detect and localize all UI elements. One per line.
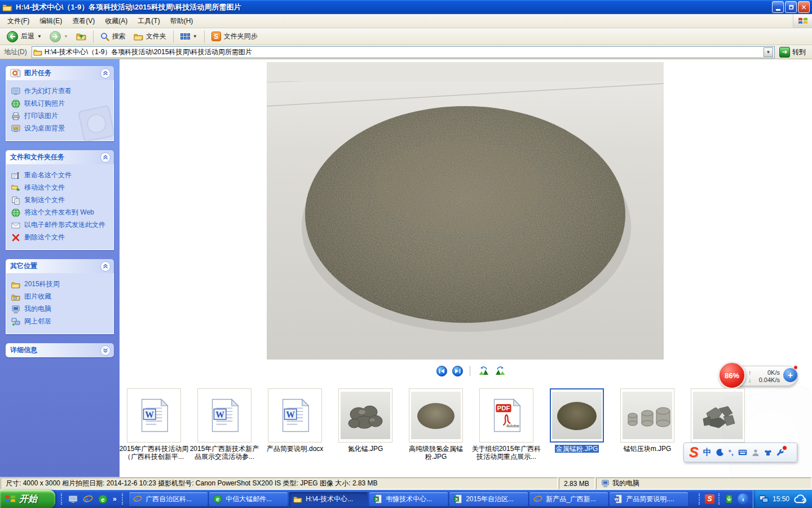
place-2015-tech-week[interactable]: 2015科技周 <box>11 278 111 291</box>
task-copy-file[interactable]: 复制这个文件 <box>11 194 111 207</box>
thumbnail-label[interactable]: 高纯级脱氢金属锰粉.JPG <box>400 445 471 461</box>
sogou-ime-bar[interactable]: S 中 °, <box>683 443 797 462</box>
thumbnail-label[interactable]: 2015年广西科技活动周（广西科技创新平... <box>118 445 189 461</box>
views-dropdown[interactable]: ▼ <box>193 34 197 39</box>
ie-icon[interactable] <box>83 494 93 504</box>
task-move-file[interactable]: 移动这个文件 <box>11 182 111 194</box>
excel-icon <box>453 494 462 503</box>
thumbnail-label[interactable]: 氮化锰.JPG <box>330 445 401 453</box>
thumbnail-word-doc-3[interactable] <box>268 388 322 443</box>
thumbnail-image-powder-selected[interactable] <box>550 388 604 443</box>
thumbnail-label[interactable]: 锰铝压块m.JPG <box>612 445 683 453</box>
other-places-header[interactable]: 其它位置 <box>6 259 114 273</box>
ime-settings-wrench-icon[interactable] <box>776 449 784 457</box>
taskbar-task-2[interactable]: 中信大锰邮件... <box>209 492 288 506</box>
picture-tasks-header[interactable]: 图片任务 <box>6 66 114 80</box>
task-order-prints[interactable]: 联机订购照片 <box>11 98 111 110</box>
toolbar-grip[interactable] <box>718 493 721 505</box>
browser-360-icon[interactable] <box>98 494 108 504</box>
folders-button[interactable]: 文件夹 <box>130 30 170 43</box>
task-view-slideshow[interactable]: 作为幻灯片查看 <box>11 85 111 98</box>
start-button[interactable]: 开始 <box>0 490 55 508</box>
network-status-icon[interactable] <box>759 495 769 503</box>
usb-device-icon[interactable] <box>725 494 734 503</box>
ime-punctuation-mode[interactable]: °, <box>729 448 734 457</box>
net-speed-widget[interactable]: ↑0K/s ↓0.04K/s 86% + <box>718 362 798 390</box>
thumbnail-image-briquettes[interactable] <box>620 388 674 443</box>
toolbar-grip[interactable] <box>122 493 124 505</box>
go-button[interactable]: ➜ 转到 <box>779 47 806 58</box>
taskbar-task-7[interactable]: 产品简要说明.... <box>610 492 688 506</box>
ime-skin-icon[interactable] <box>764 449 772 456</box>
back-button[interactable]: 后退 ▼ <box>3 29 45 44</box>
thumbnail-image-lumps[interactable] <box>338 388 392 443</box>
sogou-logo-icon[interactable]: S <box>689 445 699 459</box>
thumbnail-label[interactable]: 产品简要说明.docx <box>259 445 330 453</box>
search-button[interactable]: 搜索 <box>97 30 129 43</box>
thumbnail-word-doc-2[interactable] <box>197 388 251 443</box>
menu-file[interactable]: 文件(F) <box>2 14 34 28</box>
place-network[interactable]: 网上邻居 <box>11 316 111 328</box>
next-image-button[interactable] <box>452 366 463 376</box>
folder-sync-button[interactable]: S 文件夹同步 <box>208 30 261 43</box>
place-my-computer[interactable]: 我的电脑 <box>11 303 111 316</box>
details-header[interactable]: 详细信息 <box>6 343 114 357</box>
thumbnail-image-powder-light[interactable] <box>409 388 463 443</box>
quick-launch-more-chevron[interactable]: » <box>113 495 117 503</box>
thumbnail-label[interactable]: 2015年广西新技术新产品展示交流活动参... <box>189 445 260 461</box>
memory-percent-ball[interactable]: 86% <box>718 362 745 389</box>
previous-image-button[interactable] <box>436 366 447 376</box>
taskbar-task-4[interactable]: 韦慷技术中心... <box>369 492 448 506</box>
minimize-button[interactable] <box>772 1 784 13</box>
menu-view[interactable]: 查看(V) <box>67 14 100 28</box>
taskbar-task-1[interactable]: 广西自治区科... <box>129 492 208 506</box>
thumbnail-image-flakes[interactable] <box>691 388 745 443</box>
menu-tools[interactable]: 工具(T) <box>133 14 165 28</box>
toolbar-grip[interactable] <box>61 493 63 505</box>
ime-account-icon[interactable] <box>752 449 760 457</box>
task-rename-file[interactable]: 重命名这个文件 <box>11 169 111 182</box>
rotate-counterclockwise-button[interactable] <box>477 366 489 375</box>
accelerate-plus-button[interactable]: + <box>783 368 797 382</box>
toolbar-grip[interactable] <box>699 493 701 505</box>
clock[interactable]: 15:50 <box>773 495 789 503</box>
rotate-clockwise-button[interactable] <box>495 366 507 375</box>
address-input[interactable]: H:\4-技术中心\（1-9）各项科技活动\2015科技周\科技活动周所需图片 … <box>32 46 775 58</box>
taskbar-task-5[interactable]: 2015年自治区... <box>449 492 528 506</box>
taskbar-task-6[interactable]: 新产品_广西新... <box>529 492 608 506</box>
collapse-chevron-icon[interactable] <box>100 152 111 163</box>
ime-language-mode[interactable]: 中 <box>703 447 712 458</box>
task-print-picture[interactable]: 打印该图片 <box>11 110 111 122</box>
collapse-chevron-icon[interactable] <box>100 68 111 78</box>
address-dropdown[interactable]: ▼ <box>764 47 773 57</box>
restore-button[interactable] <box>785 1 797 13</box>
back-dropdown[interactable]: ▼ <box>37 34 42 39</box>
collapse-chevron-icon[interactable] <box>100 261 111 271</box>
thumbnail-label[interactable]: 关于组织2015年广西科技活动周重点展示... <box>471 445 542 461</box>
thumbnail-label-selected[interactable]: 金属锰粉.JPG <box>541 445 612 453</box>
file-tasks-header[interactable]: 文件和文件夹任务 <box>6 150 114 164</box>
forward-button[interactable]: ▼ <box>46 29 72 44</box>
thumbnail-word-doc-1[interactable] <box>127 388 181 443</box>
expand-chevron-icon[interactable] <box>100 345 111 356</box>
menu-help[interactable]: 帮助(H) <box>165 14 198 28</box>
ime-soft-keyboard-icon[interactable] <box>738 449 747 456</box>
show-desktop-icon[interactable] <box>68 494 78 504</box>
close-button[interactable]: ✕ <box>798 1 810 13</box>
up-button[interactable] <box>73 30 90 42</box>
task-delete-file[interactable]: 删除这个文件 <box>11 231 111 244</box>
task-email-file[interactable]: 以电子邮件形式发送此文件 <box>11 219 111 231</box>
thumbnail-pdf-doc[interactable] <box>479 388 533 443</box>
views-button[interactable]: ▼ <box>177 32 201 41</box>
cloud-help-icon[interactable] <box>793 494 807 505</box>
menu-edit[interactable]: 编辑(E) <box>34 14 67 28</box>
task-set-wallpaper[interactable]: 设为桌面背景 <box>11 122 111 135</box>
taskbar-task-3-active[interactable]: H:\4-技术中心... <box>289 492 368 506</box>
sogou-tray-icon[interactable]: S <box>705 494 714 504</box>
notification-area: 15:50 <box>753 490 812 508</box>
hide-tray-icons-button[interactable]: ‹ <box>738 493 749 505</box>
ime-fullwidth-moon-icon[interactable] <box>716 449 724 457</box>
task-publish-web[interactable]: 将这个文件发布到 Web <box>11 207 111 219</box>
place-my-pictures[interactable]: 图片收藏 <box>11 291 111 303</box>
menu-favorites[interactable]: 收藏(A) <box>100 14 133 28</box>
